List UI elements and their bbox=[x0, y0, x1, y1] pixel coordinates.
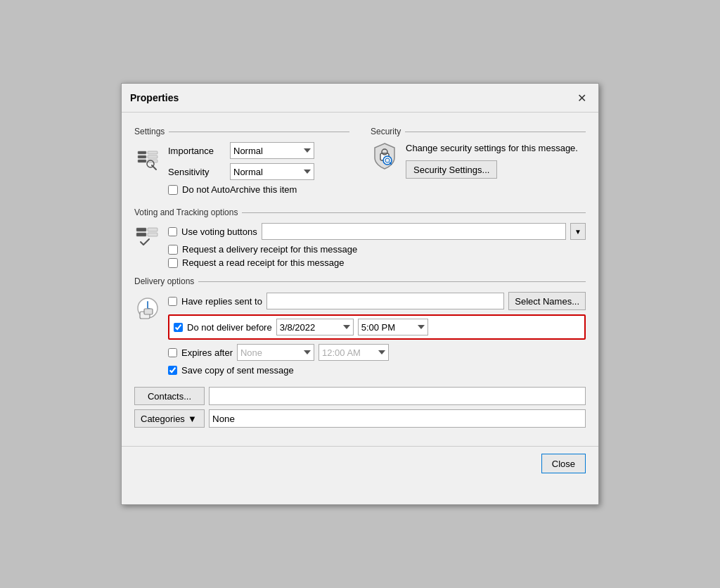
have-replies-row: Have replies sent to Select Names... bbox=[168, 292, 586, 310]
do-not-deliver-row: Do not deliver before 3/8/2022 5:00 PM bbox=[168, 314, 586, 340]
do-not-deliver-label: Do not deliver before bbox=[187, 322, 272, 333]
read-receipt-label: Request a read receipt for this message bbox=[182, 257, 345, 268]
have-replies-checkbox[interactable] bbox=[168, 297, 177, 306]
cursor-indicator bbox=[393, 347, 401, 358]
svg-rect-13 bbox=[136, 233, 146, 236]
use-voting-label: Use voting buttons bbox=[181, 226, 257, 237]
settings-section: Settings bbox=[134, 122, 349, 202]
dialog-footer: Close bbox=[122, 446, 598, 480]
settings-label: Settings bbox=[134, 127, 165, 136]
delivery-receipt-checkbox[interactable] bbox=[168, 245, 178, 255]
voting-header: Voting and Tracking options bbox=[134, 207, 586, 217]
security-icon bbox=[371, 142, 399, 170]
autoarchive-row: Do not AutoArchive this item bbox=[168, 184, 314, 195]
delivery-receipt-row: Request a delivery receipt for this mess… bbox=[168, 244, 586, 255]
close-dialog-button[interactable]: Close bbox=[541, 454, 586, 473]
expires-label: Expires after bbox=[181, 347, 233, 358]
security-label: Security bbox=[371, 127, 401, 136]
voting-area: Use voting buttons ▼ Request a delivery … bbox=[134, 223, 586, 271]
security-content: Change security settings for this messag… bbox=[406, 142, 578, 179]
title-bar: Properties ✕ bbox=[122, 84, 598, 113]
categories-dropdown-arrow-icon: ▼ bbox=[188, 414, 197, 424]
categories-label: Categories bbox=[141, 414, 185, 424]
svg-rect-12 bbox=[136, 228, 146, 231]
categories-row: Categories ▼ bbox=[134, 409, 586, 428]
settings-area: Importance Low Normal High Sensitivity N… bbox=[134, 142, 349, 198]
sensitivity-row: Sensitivity Normal Personal Private Conf… bbox=[168, 163, 314, 180]
autoarchive-label: Do not AutoArchive this item bbox=[182, 184, 297, 195]
deliver-date-select[interactable]: 3/8/2022 bbox=[276, 319, 354, 335]
security-description: Change security settings for this messag… bbox=[406, 142, 578, 155]
read-receipt-checkbox[interactable] bbox=[168, 258, 178, 268]
do-not-deliver-checkbox[interactable] bbox=[174, 323, 183, 332]
contacts-button[interactable]: Contacts... bbox=[134, 387, 205, 405]
delivery-receipt-label: Request a delivery receipt for this mess… bbox=[182, 244, 357, 255]
svg-rect-15 bbox=[148, 233, 158, 236]
voting-text-input[interactable] bbox=[262, 223, 566, 240]
importance-dropdown[interactable]: Low Normal High bbox=[230, 142, 314, 159]
importance-row: Importance Low Normal High bbox=[168, 142, 314, 159]
svg-rect-3 bbox=[148, 151, 158, 154]
voting-label: Voting and Tracking options bbox=[134, 207, 238, 217]
save-copy-row: Save copy of sent message bbox=[168, 365, 586, 376]
select-names-button[interactable]: Select Names... bbox=[508, 292, 586, 310]
properties-dialog: Properties ✕ Settings bbox=[121, 83, 599, 505]
security-section: Security Change secur bbox=[364, 122, 586, 202]
expires-checkbox[interactable] bbox=[168, 348, 177, 357]
voting-section: Voting and Tracking options Use voti bbox=[134, 207, 586, 271]
svg-rect-0 bbox=[138, 151, 146, 154]
delivery-area: Have replies sent to Select Names... Do … bbox=[134, 292, 586, 381]
voting-options: Use voting buttons ▼ Request a delivery … bbox=[168, 223, 586, 271]
voting-icon bbox=[134, 226, 161, 253]
svg-rect-2 bbox=[138, 160, 146, 162]
deliver-time-select[interactable]: 5:00 PM bbox=[358, 319, 428, 335]
sensitivity-label: Sensitivity bbox=[168, 167, 224, 177]
svg-rect-14 bbox=[148, 228, 158, 231]
categories-input[interactable] bbox=[209, 409, 586, 428]
settings-fields: Importance Low Normal High Sensitivity N… bbox=[168, 142, 314, 198]
svg-rect-4 bbox=[148, 155, 158, 158]
delivery-section: Delivery options Have replies sent to bbox=[134, 276, 586, 381]
settings-header: Settings bbox=[134, 127, 349, 136]
security-area: Change security settings for this messag… bbox=[371, 142, 586, 179]
expires-time-select[interactable]: 12:00 AM bbox=[319, 344, 389, 361]
save-copy-checkbox[interactable] bbox=[168, 366, 177, 375]
delivery-icon bbox=[134, 295, 161, 321]
bottom-rows: Contacts... Categories ▼ bbox=[134, 387, 586, 428]
security-header: Security bbox=[371, 127, 586, 136]
categories-button[interactable]: Categories ▼ bbox=[134, 409, 205, 428]
svg-rect-18 bbox=[144, 309, 153, 314]
importance-label: Importance bbox=[168, 146, 224, 156]
have-replies-label: Have replies sent to bbox=[181, 296, 262, 307]
expires-date-select[interactable]: None bbox=[237, 344, 314, 361]
voting-dropdown-button[interactable]: ▼ bbox=[570, 223, 586, 240]
dialog-title: Properties bbox=[130, 92, 179, 103]
contacts-input[interactable] bbox=[209, 387, 586, 405]
dialog-content: Settings bbox=[122, 113, 598, 442]
sensitivity-dropdown[interactable]: Normal Personal Private Confidential bbox=[230, 163, 314, 180]
close-icon[interactable]: ✕ bbox=[573, 89, 590, 106]
save-copy-label: Save copy of sent message bbox=[181, 365, 294, 376]
delivery-options: Have replies sent to Select Names... Do … bbox=[168, 292, 586, 381]
contacts-row: Contacts... bbox=[134, 387, 586, 405]
use-voting-checkbox[interactable] bbox=[168, 227, 177, 236]
expires-after-row: Expires after None 12:00 AM bbox=[168, 344, 586, 361]
read-receipt-row: Request a read receipt for this message bbox=[168, 257, 586, 268]
have-replies-input[interactable] bbox=[266, 293, 504, 309]
delivery-label: Delivery options bbox=[134, 276, 194, 286]
security-settings-button[interactable]: Security Settings... bbox=[406, 160, 497, 179]
autoarchive-checkbox[interactable] bbox=[168, 185, 178, 195]
svg-rect-1 bbox=[138, 155, 146, 158]
use-voting-row: Use voting buttons ▼ bbox=[168, 223, 586, 240]
top-section: Settings bbox=[134, 122, 586, 202]
settings-icon bbox=[134, 148, 161, 174]
delivery-header: Delivery options bbox=[134, 276, 586, 286]
